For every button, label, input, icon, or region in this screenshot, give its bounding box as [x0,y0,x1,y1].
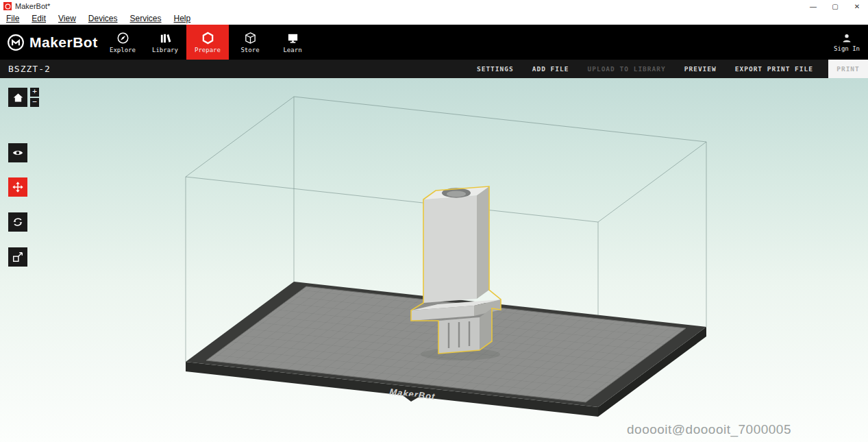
export-print-file-button[interactable]: EXPORT PRINT FILE [735,65,813,73]
makerbot-logo-icon [7,34,25,51]
scale-icon [12,251,24,263]
viewport[interactable]: MakerBot [0,78,868,442]
rotate-tool-button[interactable] [8,212,27,232]
close-button[interactable]: ✕ [846,0,868,12]
main-toolbar: MakerBot Explore Library [0,25,868,60]
books-icon [159,32,172,45]
upload-to-library-button: UPLOAD TO LIBRARY [587,65,665,73]
menu-help[interactable]: Help [168,14,197,23]
nav-tabs: Explore Library Prepare S [101,25,314,60]
menu-file[interactable]: File [0,14,25,23]
titlebar: MakerBot* — ▢ ✕ [0,0,868,12]
project-bar: BSZZT-2 SETTINGS ADD FILE UPLOAD TO LIBR… [0,60,868,78]
tab-label: Learn [283,47,301,53]
zoom-in-button[interactable]: + [30,88,39,97]
window-controls: — ▢ ✕ [802,0,868,12]
brand-wordmark: MakerBot [29,34,98,51]
window-title: MakerBot* [15,2,50,10]
tab-label: Store [240,47,259,53]
sign-in-button[interactable]: Sign In [834,25,860,60]
tab-explore[interactable]: Explore [101,25,144,60]
eye-icon [12,147,24,159]
menubar: File Edit View Devices Services Help [0,12,868,25]
project-actions: SETTINGS ADD FILE UPLOAD TO LIBRARY PREV… [477,65,813,73]
compass-icon [116,32,129,45]
move-tool-button[interactable] [8,177,27,197]
zoom-out-button[interactable]: − [30,98,39,107]
side-tools: + − [8,78,49,284]
settings-button[interactable]: SETTINGS [477,65,514,73]
home-icon [12,92,24,103]
app-icon [3,2,12,10]
tab-label: Explore [110,47,136,53]
sign-in-label: Sign In [834,45,860,52]
move-arrows-icon [12,181,24,193]
tab-label: Library [152,47,178,53]
3d-scene[interactable]: MakerBot [0,78,868,442]
menu-view[interactable]: View [52,14,82,23]
makerbot-mini-logo-icon [5,3,11,10]
cube-store-icon [244,32,257,45]
hexagon-prepare-icon [201,32,214,45]
tab-prepare[interactable]: Prepare [186,25,229,60]
makerbot-print-window: MakerBot* — ▢ ✕ File Edit View Devices S… [0,0,868,442]
person-icon [841,33,852,44]
minimize-button[interactable]: — [802,0,824,12]
tab-store[interactable]: Store [229,25,271,60]
scale-tool-button[interactable] [8,247,27,267]
home-view-button[interactable] [8,88,27,107]
brand: MakerBot [7,34,98,51]
print-button: PRINT [828,60,868,78]
watermark-text: dooooit@dooooit_7000005 [627,422,791,437]
add-file-button[interactable]: ADD FILE [532,65,569,73]
rotate-icon [12,216,24,228]
preview-button[interactable]: PREVIEW [684,65,717,73]
tab-library[interactable]: Library [144,25,186,60]
visibility-button[interactable] [8,143,27,162]
tab-learn[interactable]: Learn [271,25,314,60]
maximize-button[interactable]: ▢ [824,0,846,12]
menu-services[interactable]: Services [124,14,168,23]
project-title: BSZZT-2 [8,64,51,74]
monitor-learn-icon [286,32,299,45]
tab-label: Prepare [195,47,221,53]
menu-edit[interactable]: Edit [25,14,52,23]
menu-devices[interactable]: Devices [82,14,124,23]
